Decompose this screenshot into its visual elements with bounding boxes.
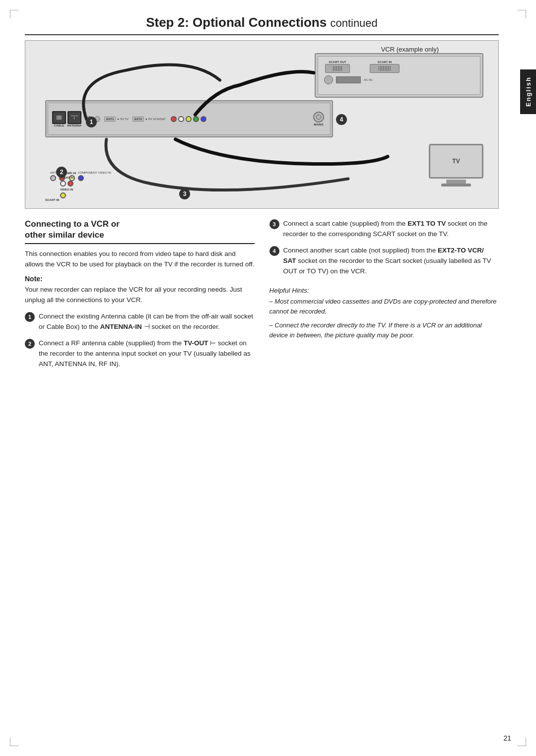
scart-in-label: SCART IN xyxy=(378,61,392,63)
step-text-2: Connect a RF antenna cable (supplied) fr… xyxy=(39,338,255,370)
step-text-4-pre: Connect another scart cable (not supplie… xyxy=(283,247,438,254)
cable-label: CABLE xyxy=(54,124,65,127)
section-title-line2: other similar device xyxy=(25,230,104,240)
step-item-1: 1 Connect the existing Antenna cable (it… xyxy=(25,312,255,332)
port-white xyxy=(178,116,184,122)
component-group: COMPONENT VIDEO IN xyxy=(78,171,111,181)
port-green xyxy=(193,116,199,122)
tv-device: TV xyxy=(429,144,483,189)
scart-line xyxy=(383,66,383,71)
mains-icon xyxy=(313,112,324,123)
mains-label: MAINS xyxy=(314,123,323,126)
audio-r-port xyxy=(67,181,73,187)
helpful-hint-1: – Most commercial video cassettes and DV… xyxy=(269,297,499,316)
step-text-4: Connect another scart cable (not supplie… xyxy=(283,246,499,277)
step-symbol-2: ⊢ xyxy=(210,339,216,347)
ant-label: ANT xyxy=(50,171,56,174)
vcr-knob xyxy=(324,75,333,84)
scart-line xyxy=(335,66,336,71)
step-after-4: socket on the recorder to the Scart sock… xyxy=(283,257,491,275)
page-title-bold: Step 2: Optional Connections xyxy=(146,15,327,30)
scart-line xyxy=(389,66,389,71)
scart-line xyxy=(338,66,338,71)
page-title: Step 2: Optional Connections continued xyxy=(25,15,499,35)
cable-icon-inner xyxy=(56,115,62,120)
antenna-icon xyxy=(67,111,81,124)
vcr-device-inner: SCART OUT xyxy=(318,56,480,95)
step-bold-4a: EXT2-TO VCR/ xyxy=(438,247,484,254)
scart-out-port xyxy=(325,64,350,73)
intro-text: This connection enables you to record fr… xyxy=(25,249,255,270)
step-item-4: 4 Connect another scart cable (not suppl… xyxy=(269,246,499,277)
scart-in-bottom-label: SCART IN xyxy=(45,198,59,201)
video-in-ports xyxy=(60,192,76,198)
section-title-line1: Connecting to a VCR or xyxy=(25,219,120,229)
av-ports xyxy=(171,116,206,122)
component-label: COMPONENT VIDEO IN xyxy=(78,171,111,174)
page-title-continued: continued xyxy=(330,17,377,29)
vcr-slot xyxy=(336,76,361,83)
step-item-2: 2 Connect a RF antenna cable (supplied) … xyxy=(25,338,255,370)
scart-out-lines xyxy=(333,66,342,71)
col-right: 3 Connect a scart cable (supplied) from … xyxy=(269,219,499,375)
step-number-1: 1 xyxy=(90,119,93,126)
step-circle-1: 1 xyxy=(86,117,97,127)
scart-line xyxy=(390,66,391,71)
video-in-port xyxy=(60,192,66,198)
vcr-label: VCR (example only) xyxy=(381,46,439,53)
corner-mark-tl xyxy=(10,10,19,19)
ant-port-group: ANT xyxy=(50,171,56,181)
vcr-device: SCART OUT xyxy=(315,53,483,98)
audio-l-port xyxy=(60,181,66,187)
ant-port xyxy=(50,175,56,181)
ext2-label: EXT2 xyxy=(133,117,144,122)
col-left: Connecting to a VCR or other similar dev… xyxy=(25,219,255,375)
note-text: Your new recorder can replace the VCR fo… xyxy=(25,285,255,306)
mains-inner xyxy=(316,115,321,120)
step-number-4: 4 xyxy=(340,116,343,123)
port-blue xyxy=(201,116,206,122)
step-text-1: Connect the existing Antenna cable (it c… xyxy=(39,312,255,332)
tv-screen: TV xyxy=(429,144,483,179)
to-tv-label: ● TO TV xyxy=(117,118,129,121)
antenna-top xyxy=(71,116,78,116)
side-tab-label: English xyxy=(525,77,532,107)
step-text-2-pre: Connect a RF antenna cable (supplied) fr… xyxy=(39,339,184,347)
step-circle-3: 3 xyxy=(179,189,190,199)
scart-in-port xyxy=(370,64,400,73)
step-number-badge-1: 1 xyxy=(28,314,31,320)
scart-line xyxy=(334,66,335,71)
antenna-stem xyxy=(74,117,74,120)
step-badge-4: 4 xyxy=(269,246,279,256)
audio-ports xyxy=(60,181,76,187)
helpful-hint-2: – Connect the recorder directly to the T… xyxy=(269,320,499,340)
two-column-layout: Connecting to a VCR or other similar dev… xyxy=(25,219,499,375)
section-title: Connecting to a VCR or other similar dev… xyxy=(25,219,255,244)
scart-line xyxy=(341,66,342,71)
scart-line xyxy=(380,66,381,71)
tv-label: TV xyxy=(452,158,460,165)
video-in-label: VIDEO IN xyxy=(60,188,76,191)
scart-line xyxy=(336,66,337,71)
corner-mark-tr xyxy=(517,10,526,19)
side-tab-english: English xyxy=(520,69,536,114)
step-badge-1: 1 xyxy=(25,312,35,322)
step-item-3: 3 Connect a scart cable (supplied) from … xyxy=(269,219,499,240)
pb-port xyxy=(78,175,84,181)
helpful-hints-section: Helpful Hints: – Most commercial video c… xyxy=(269,287,499,341)
cable-icon xyxy=(52,111,66,124)
ext1-label: EXT1 xyxy=(104,117,116,122)
step-text-3-pre: Connect a scart cable (supplied) from th… xyxy=(283,220,408,227)
step-text-3: Connect a scart cable (supplied) from th… xyxy=(283,219,499,240)
tv-stand xyxy=(446,180,466,184)
step-number-2: 2 xyxy=(60,169,64,176)
scart-line xyxy=(384,66,384,71)
step-bold-1: ANTENNA-IN xyxy=(100,323,142,330)
step-number-badge-4: 4 xyxy=(272,248,275,254)
step-bold-2: TV-OUT xyxy=(184,339,208,347)
recorder-ext2-labels: EXT2 ● TO VCR/SAT xyxy=(133,117,166,122)
scart-line xyxy=(340,66,341,71)
scart-line xyxy=(339,66,339,71)
corner-mark-bl xyxy=(10,737,19,746)
page-number: 21 xyxy=(503,734,511,742)
